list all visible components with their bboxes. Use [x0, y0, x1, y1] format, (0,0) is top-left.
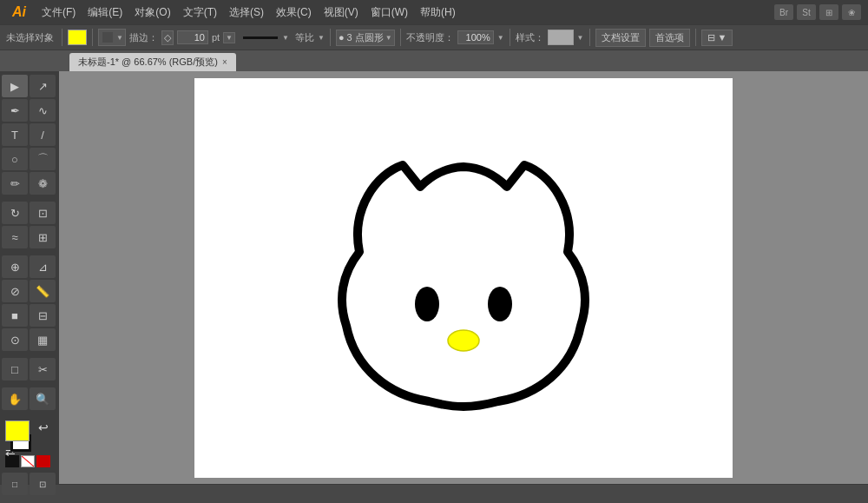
menu-text[interactable]: 文字(T) [178, 3, 222, 22]
point-shape-arrow: ▼ [385, 34, 392, 42]
shape-builder-tool[interactable]: ⊕ [2, 255, 28, 278]
fill-color-swatch[interactable] [68, 30, 87, 45]
tool-row-7: ≈ ⊞ [2, 226, 57, 248]
perspective-tool[interactable]: ⊿ [30, 255, 56, 278]
color-section: ⇄ ↩ [2, 417, 57, 471]
stroke-preview [243, 36, 278, 39]
tool-row-3: T / [2, 123, 57, 146]
cat-nose [448, 330, 479, 351]
options-toolbar: 未选择对象 ▼ 描边： ◇ pt ▼ ▼ 等比 ▼ ● 3 点圆形 ▼ 不透明度… [0, 24, 868, 50]
stroke-box-arrow[interactable]: ▼ [116, 34, 123, 42]
color-mode-btn[interactable]: □ [2, 473, 28, 495]
opacity-arrow[interactable]: ▼ [497, 34, 504, 42]
tool-row-10: ■ ⊟ [2, 304, 57, 327]
selection-tool[interactable]: ▶ [2, 75, 28, 97]
extra-icon[interactable]: ❀ [842, 4, 861, 20]
hand-tool[interactable]: ✋ [2, 387, 28, 410]
arrange-btn[interactable]: ⊟ ▼ [701, 30, 733, 46]
toolbar-sep-7 [695, 29, 696, 46]
menu-edit[interactable]: 编辑(E) [82, 3, 128, 22]
default-colors-icon[interactable]: ↩ [38, 420, 49, 434]
stroke-up-btn[interactable]: ◇ [161, 30, 174, 45]
gradient-tool[interactable]: ■ [2, 304, 28, 327]
stroke-unit-label: pt [212, 32, 220, 43]
tool-row-13: ✋ 🔍 [2, 387, 57, 410]
bridge-icon[interactable]: Br [774, 4, 793, 20]
artboard-tool[interactable]: □ [2, 358, 28, 381]
toolbar-sep-3 [330, 29, 331, 46]
doc-settings-btn[interactable]: 文档设置 [595, 29, 646, 47]
tool-row-5: ✏ ❁ [2, 172, 57, 195]
style-swatch[interactable] [548, 30, 574, 45]
tab-close-btn[interactable]: × [222, 57, 227, 67]
tab-title: 未标题-1* @ 66.67% (RGB/预览) [78, 56, 218, 69]
zoom-tool[interactable]: 🔍 [30, 387, 56, 410]
blend-tool[interactable]: ⊙ [2, 328, 28, 351]
cat-right-eye [488, 287, 512, 321]
toolbox: ▶ ↗ ✒ ∿ T / ○ ⌒ ✏ ❁ ↻ ⊡ ≈ ⊞ ⊕ [0, 71, 59, 484]
cat-left-eye [415, 287, 439, 321]
menu-object[interactable]: 对象(O) [129, 3, 175, 22]
style-arrow[interactable]: ▼ [577, 34, 584, 42]
toolbar-sep-6 [589, 29, 590, 46]
stock-icon[interactable]: St [797, 4, 816, 20]
menu-effect[interactable]: 效果(C) [271, 3, 317, 22]
tool-row-9: ⊘ 📏 [2, 280, 57, 302]
pen-tool[interactable]: ✒ [2, 99, 28, 122]
type-tool[interactable]: T [2, 123, 28, 146]
opacity-input[interactable] [457, 30, 494, 44]
ratio-arrow[interactable]: ▼ [318, 34, 325, 42]
tool-row-1: ▶ ↗ [2, 75, 57, 97]
ellipse-tool[interactable]: ○ [2, 148, 28, 170]
measure-tool[interactable]: 📏 [30, 280, 56, 302]
stroke-unit-dropdown[interactable]: ▼ [223, 32, 235, 43]
menu-help[interactable]: 帮助(H) [415, 3, 461, 22]
toolbar-sep-4 [400, 29, 401, 46]
stroke-icon-box: ▼ [98, 29, 126, 46]
menu-view[interactable]: 视图(V) [319, 3, 364, 22]
blob-tool[interactable]: ❁ [30, 172, 56, 195]
menu-select[interactable]: 选择(S) [224, 3, 269, 22]
curvature-tool[interactable]: ∿ [30, 99, 56, 122]
warp-tool[interactable]: ≈ [2, 226, 28, 248]
pencil-tool[interactable]: ✏ [2, 172, 28, 195]
status-bar [0, 484, 868, 503]
free-transform-tool[interactable]: ⊞ [30, 226, 56, 248]
slice-tool[interactable]: ✂ [30, 358, 56, 381]
title-right-icons: Br St ⊞ ❀ [774, 4, 861, 20]
eyedropper-tool[interactable]: ⊘ [2, 280, 28, 302]
rotate-tool[interactable]: ↻ [2, 202, 28, 224]
tool-row-2: ✒ ∿ [2, 99, 57, 122]
stroke-preview-container: ▼ [239, 34, 292, 42]
scale-tool[interactable]: ⊡ [30, 202, 56, 224]
menu-window[interactable]: 窗口(W) [365, 3, 413, 22]
menu-bar: 文件(F) 编辑(E) 对象(O) 文字(T) 选择(S) 效果(C) 视图(V… [36, 3, 769, 22]
fill-swatch[interactable] [5, 420, 30, 441]
toolbar-sep-1 [62, 29, 62, 46]
none-swatch[interactable] [21, 455, 35, 467]
no-selection-label: 未选择对象 [3, 30, 56, 45]
red-swatch[interactable] [36, 455, 50, 467]
tool-row-11: ⊙ ▦ [2, 328, 57, 351]
toolbar-sep-2 [92, 29, 93, 46]
style-label: 样式： [516, 31, 544, 44]
point-shape-label: ● 3 点圆形 [339, 31, 384, 44]
cat-illustration [307, 139, 620, 417]
menu-file[interactable]: 文件(F) [36, 3, 81, 22]
stroke-preview-arrow[interactable]: ▼ [282, 34, 289, 42]
direct-selection-tool[interactable]: ↗ [30, 75, 56, 97]
point-shape-dropdown[interactable]: ● 3 点圆形 ▼ [336, 30, 395, 46]
screen-mode-btn[interactable]: ⊡ [30, 473, 56, 495]
stroke-value-input[interactable] [177, 30, 208, 44]
paintbrush-tool[interactable]: ⌒ [30, 148, 56, 170]
tool-row-12: □ ✂ [2, 358, 57, 381]
line-tool[interactable]: / [30, 123, 56, 146]
grid-icon[interactable]: ⊞ [819, 4, 838, 20]
bottom-tool-row: □ ⊡ [2, 473, 57, 495]
preferences-btn[interactable]: 首选项 [649, 29, 690, 47]
chart-tool[interactable]: ▦ [30, 328, 56, 351]
artboard [194, 78, 733, 478]
document-tab[interactable]: 未标题-1* @ 66.67% (RGB/预览) × [69, 53, 236, 71]
mesh-tool[interactable]: ⊟ [30, 304, 56, 327]
stroke-label: 描边： [129, 31, 158, 44]
